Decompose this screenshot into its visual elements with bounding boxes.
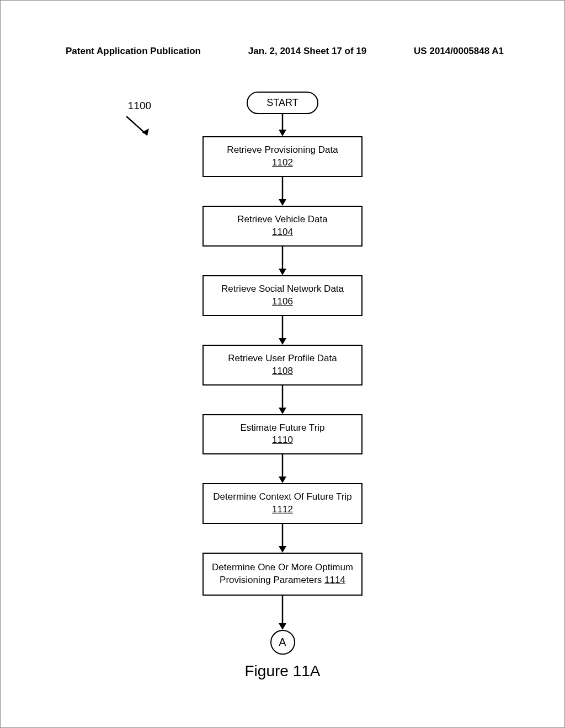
flowchart: START Retrieve Provisioning Data 1102 Re… [1, 92, 564, 680]
arrow-icon [277, 316, 288, 345]
arrow-icon [277, 114, 288, 136]
step-ref: 1110 [272, 435, 293, 445]
svg-marker-15 [279, 546, 286, 553]
step-box-1108: Retrieve User Profile Data 1108 [202, 345, 363, 386]
step-box-1114: Determine One Or More Optimum Provisioni… [202, 553, 363, 596]
arrow-icon [277, 177, 288, 206]
svg-marker-13 [279, 477, 286, 483]
start-label: START [266, 97, 298, 108]
step-ref: 1104 [272, 227, 293, 237]
arrow-icon [277, 386, 288, 414]
connector-label: A [279, 636, 286, 649]
step-box-1104: Retrieve Vehicle Data 1104 [202, 206, 363, 247]
step-ref: 1106 [272, 296, 293, 307]
header-left: Patent Application Publication [66, 46, 201, 57]
connector-terminal: A [270, 630, 295, 655]
page-header: Patent Application Publication Jan. 2, 2… [66, 46, 504, 57]
step-text: Determine Context Of Future Trip [213, 491, 351, 502]
page: Patent Application Publication Jan. 2, 2… [0, 0, 565, 728]
arrow-icon [277, 524, 288, 553]
start-terminal: START [247, 92, 318, 114]
step-text: Estimate Future Trip [240, 422, 324, 433]
figure-caption: Figure 11A [245, 662, 321, 680]
step-text: Retrieve User Profile Data [228, 353, 337, 363]
step-text: Retrieve Vehicle Data [237, 214, 327, 224]
step-ref: 1112 [272, 504, 293, 515]
svg-marker-17 [279, 623, 286, 630]
step-ref: 1114 [324, 575, 345, 585]
step-text: Retrieve Provisioning Data [227, 144, 338, 155]
svg-marker-11 [279, 408, 286, 414]
header-center: Jan. 2, 2014 Sheet 17 of 19 [248, 46, 367, 57]
svg-marker-3 [279, 130, 286, 136]
svg-marker-7 [279, 269, 286, 275]
step-box-1112: Determine Context Of Future Trip 1112 [202, 483, 363, 524]
arrow-icon [277, 454, 288, 483]
step-ref: 1102 [272, 157, 293, 168]
step-ref: 1108 [272, 366, 293, 376]
svg-marker-9 [279, 338, 286, 345]
arrow-icon [277, 247, 288, 275]
step-text: Retrieve Social Network Data [221, 283, 344, 294]
arrow-icon [277, 596, 288, 630]
step-box-1102: Retrieve Provisioning Data 1102 [202, 136, 363, 177]
svg-marker-5 [279, 199, 286, 206]
step-box-1110: Estimate Future Trip 1110 [202, 414, 363, 455]
step-box-1106: Retrieve Social Network Data 1106 [202, 275, 363, 316]
header-right: US 2014/0005848 A1 [414, 46, 504, 57]
